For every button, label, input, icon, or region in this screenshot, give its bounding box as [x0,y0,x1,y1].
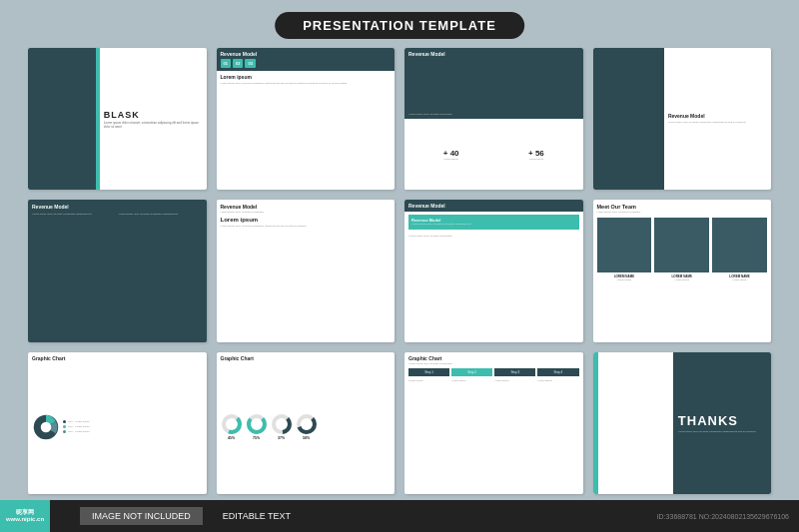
brand-title: BLASK [104,110,203,120]
image-not-included-label: IMAGE NOT INCLUDED [80,507,203,525]
slide-12-right: THANKS Lorem ipsum dolor sit amet consec… [673,352,771,494]
step-desc-4: Lorem ipsum [537,379,578,382]
donut-2-label: 75% [253,436,260,440]
slide-5-col1: Lorem ipsum dolor sit amet consectetur a… [32,213,116,337]
thanks-text: Lorem ipsum dolor sit amet consectetur a… [678,430,766,434]
member-1-role: Lorem ipsum [617,278,631,281]
page-title: PRESENTATION TEMPLATE [275,12,524,39]
pie-chart [32,413,60,441]
slide-3: Revenue Model Lorem ipsum dolor sit amet… [404,48,583,190]
logo-text: 昵享网www.nipic.cn [6,509,44,523]
slides-grid: BLASK Lorem ipsum dolor sit amet, consec… [28,48,771,494]
donut-1-label: 45% [228,436,235,440]
slide-12-left [593,352,673,494]
teal-box-3: 03 [245,59,255,68]
slide-7: Revenue Model Revenue Model Lorem ipsum … [404,200,583,341]
slide-5-content: Lorem ipsum dolor sit amet consectetur a… [32,213,203,337]
thanks-title: THANKS [678,413,766,428]
step-4: Step 4 [537,368,578,376]
legend-2: 25% Lorem ipsum [63,425,203,429]
donut-3-label: 37% [278,436,285,440]
teal-boxes: 01 02 03 [221,59,392,68]
teal-box-1: 01 [221,59,231,68]
member-3-role: Lorem ipsum [732,278,746,281]
lorem-text: Lorem ipsum dolor sit amet consectetur a… [221,82,392,86]
slide-8: Meet Our Team Lorem ipsum dolor sit amet… [593,200,772,341]
stat-1-label: Lorem ipsum [443,158,459,161]
donut-chart-3 [271,413,293,435]
slide-1-left [28,48,96,190]
slide-6: Revenue Model Lorem ipsum dolor sit amet… [217,200,396,341]
svg-point-1 [41,422,52,433]
slide-5-col2-text: Lorem ipsum dolor sit amet consectetur a… [119,213,203,217]
stat-2: + 56 Lorem ipsum [528,149,544,161]
team-title: Meet Our Team [597,204,768,210]
slide-5: Revenue Model Lorem ipsum dolor sit amet… [28,200,207,341]
editable-text-label: EDITABLE TEXT [223,511,291,521]
donut-4-label: 58% [303,436,310,440]
donut-chart-4 [296,413,318,435]
step-desc-2: Lorem ipsum [451,379,492,382]
slide-10-title: Graphic Chart [221,355,392,361]
slide-6-lorem: Lorem ipsum [221,217,392,223]
slide-3-text: Lorem ipsum dolor sit amet consectetur [408,113,579,116]
member-2-role: Lorem ipsum [675,278,689,281]
donut-3: 37% [271,413,293,440]
donut-2: 75% [246,413,268,440]
slide-3-title: Revenue Model [408,51,579,57]
team-member-2: LOREM NAME Lorem ipsum [654,218,709,281]
donut-chart-2 [246,413,268,435]
slide-5-col1-text: Lorem ipsum dolor sit amet consectetur a… [32,213,116,217]
slide-12: THANKS Lorem ipsum dolor sit amet consec… [593,352,772,494]
teal-box-2: 02 [233,59,243,68]
slide-2-bottom: Lorem ipsum Lorem ipsum dolor sit amet c… [217,71,396,190]
slide-5-col2: Lorem ipsum dolor sit amet consectetur a… [119,213,203,337]
donut-4: 58% [296,413,318,440]
step-3: Step 3 [494,368,535,376]
slide-6-title: Revenue Model [221,204,392,210]
stat-1: + 40 Lorem ipsum [443,149,459,161]
step-1: Step 1 [408,368,449,376]
slide-9: Graphic Chart 45% Lorem ipsum 25% Lorem … [28,352,207,494]
team-members: LOREM NAME Lorem ipsum LOREM NAME Lorem … [597,218,768,337]
slide-9-title: Graphic Chart [32,355,203,361]
legend-dot-3 [63,430,66,433]
slide-4: Revenue Model Lorem ipsum dolor sit amet… [593,48,772,190]
teal-card-text: Lorem ipsum dolor sit amet consectetur a… [411,223,576,226]
teal-card: Revenue Model Lorem ipsum dolor sit amet… [408,215,579,229]
slide-11-title: Graphic Chart [408,355,579,361]
team-member-3: LOREM NAME Lorem ipsum [712,218,767,281]
donut-1: 45% [221,413,243,440]
team-member-1: LOREM NAME Lorem ipsum [597,218,652,281]
slide-7-title: Revenue Model [408,203,579,209]
slide-4-right: Revenue Model Lorem ipsum dolor sit amet… [664,48,771,190]
slide-3-bottom: + 40 Lorem ipsum + 56 Lorem ipsum [404,119,583,190]
steps-row: Step 1 Step 2 Step 3 Step 4 [408,368,579,376]
step-desc-3: Lorem ipsum [494,379,535,382]
brand-text: Lorem ipsum dolor sit amet, consectetur … [104,122,203,130]
teal-accent-bar [593,352,598,494]
slide-9-legend: 45% Lorem ipsum 25% Lorem ipsum 30% Lore… [63,420,203,435]
slide-2: Revenue Model 01 02 03 Lorem ipsum Lorem… [217,48,396,190]
stat-2-label: Lorem ipsum [528,158,544,161]
lorem-title: Lorem ipsum [221,74,392,80]
slide-3-top: Revenue Model Lorem ipsum dolor sit amet… [404,48,583,119]
slide-6-body: Lorem ipsum dolor sit amet consectetur a… [221,225,392,229]
slide-4-text: Lorem ipsum dolor sit amet consectetur a… [668,121,767,125]
slide-9-content: 45% Lorem ipsum 25% Lorem ipsum 30% Lore… [32,364,203,491]
slide-4-title: Revenue Model [668,113,767,119]
legend-1: 45% Lorem ipsum [63,420,203,424]
step-2: Step 2 [451,368,492,376]
id-text: ID:33688781 NO:20240802135629676106 [657,513,789,520]
team-sub: Lorem ipsum dolor sit amet consectetur [597,211,768,214]
legend-3: 30% Lorem ipsum [63,430,203,434]
stat-1-number: + 40 [443,149,459,158]
slide-4-left [593,48,664,190]
slide-11: Graphic Chart Lorem ipsum dolor sit amet… [404,352,583,494]
slide-2-top: Revenue Model 01 02 03 [217,48,396,71]
donut-chart-1 [221,413,243,435]
legend-dot-2 [63,425,66,428]
legend-dot-1 [63,420,66,423]
stat-2-number: + 56 [528,149,544,158]
steps-desc: Lorem ipsum Lorem ipsum Lorem ipsum Lore… [408,379,579,382]
